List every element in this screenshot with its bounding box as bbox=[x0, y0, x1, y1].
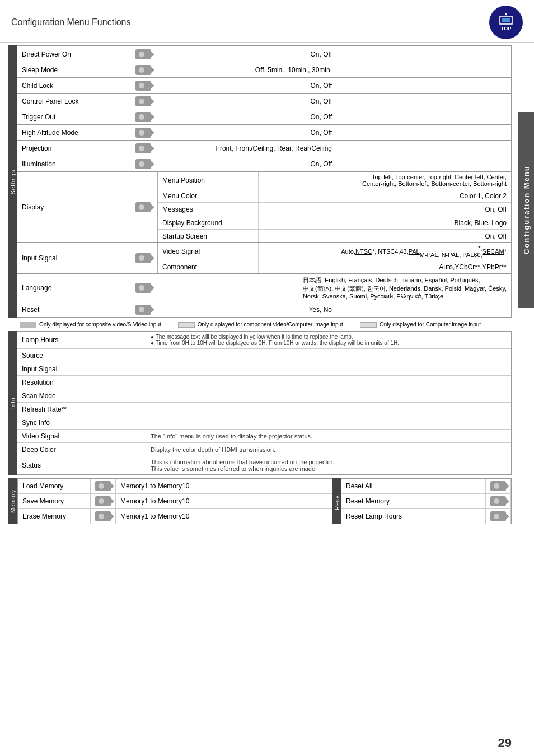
row-save-memory: Save Memory Memory1 to Memory10 bbox=[18, 493, 332, 508]
input-signal-sub-section: Video Signal Auto, NTSC*, NTSC4.43, PAL*… bbox=[157, 243, 511, 273]
svg-rect-2 bbox=[502, 18, 510, 22]
legend-item-2: Only displayed for component video/Compu… bbox=[178, 321, 343, 328]
row-trigger-out: Trigger Out On, Off bbox=[17, 109, 511, 124]
label-component: Component bbox=[158, 260, 259, 273]
sub-row-video-signal: Video Signal Auto, NTSC*, NTSC4.43, PAL*… bbox=[158, 243, 511, 260]
icon-display bbox=[129, 172, 157, 242]
settings-section: Settings Direct Power On On, Off Sleep M… bbox=[8, 45, 512, 318]
icon-direct-power-on bbox=[129, 46, 157, 62]
label-display: Display bbox=[17, 172, 129, 242]
lamp-hours-note2: ● Time from 0H to 10H will be displayed … bbox=[151, 340, 399, 346]
row-reset-all: Reset All bbox=[341, 479, 511, 493]
values-sleep-mode: Off, 5min., 10min., 30min. bbox=[157, 62, 336, 77]
values-menu-position: Top-left, Top-center, Top-right, Center-… bbox=[259, 172, 511, 189]
icon-reset-all bbox=[486, 479, 511, 493]
icon-child-lock bbox=[129, 78, 157, 93]
row-load-memory: Load Memory Memory1 to Memory10 bbox=[18, 479, 332, 493]
row-language: Language 日本語, English, Français, Deutsch… bbox=[17, 273, 511, 302]
display-sub-section: Menu Position Top-left, Top-center, Top-… bbox=[157, 172, 511, 242]
icon-projection bbox=[129, 141, 157, 156]
row-control-panel-lock: Control Panel Lock On, Off bbox=[17, 93, 511, 109]
legend: Only displayed for composite video/S-Vid… bbox=[20, 321, 512, 328]
values-child-lock: On, Off bbox=[157, 78, 336, 93]
label-messages: Messages bbox=[158, 203, 259, 216]
svg-marker-3 bbox=[505, 13, 507, 16]
row-video-signal-info: Video Signal The "Info" menu is only use… bbox=[17, 429, 511, 442]
row-erase-memory: Erase Memory Memory1 to Memory10 bbox=[18, 508, 332, 524]
top-icon[interactable]: TOP bbox=[489, 6, 523, 39]
icon-reset-settings bbox=[129, 302, 157, 317]
row-direct-power-on: Direct Power On On, Off bbox=[17, 46, 511, 62]
row-projection: Projection Front, Front/Ceiling, Rear, R… bbox=[17, 140, 511, 156]
legend-box-3 bbox=[360, 322, 377, 328]
row-sync-info: Sync Info bbox=[17, 416, 511, 429]
label-resolution: Resolution bbox=[17, 376, 146, 389]
desc-scan-mode bbox=[146, 389, 511, 402]
reset-side-label: Reset bbox=[332, 478, 341, 524]
info-content: Lamp Hours ● The message text will be di… bbox=[17, 331, 512, 475]
legend-item-3: Only displayed for Computer image input bbox=[360, 321, 481, 328]
values-display-background: Black, Blue, Logo bbox=[259, 216, 511, 229]
label-video-signal-sub: Video Signal bbox=[158, 243, 259, 260]
values-video-signal-sub: Auto, NTSC*, NTSC4.43, PAL*,M-PAL, N-PAL… bbox=[259, 243, 511, 260]
page-header: Configuration Menu Functions TOP bbox=[0, 0, 534, 43]
icon-trigger-out bbox=[129, 109, 157, 124]
label-menu-position: Menu Position bbox=[158, 172, 259, 189]
reset-wrapper: Reset Reset All Reset Memory Reset Lamp … bbox=[332, 478, 512, 524]
label-display-background: Display Background bbox=[158, 216, 259, 229]
desc-input-signal-info bbox=[146, 362, 511, 375]
icon-reset-memory bbox=[486, 494, 511, 508]
values-messages: On, Off bbox=[259, 203, 511, 216]
desc-video-signal-info: The "Info" menu is only used to display … bbox=[146, 430, 511, 442]
sub-row-startup-screen: Startup Screen On, Off bbox=[158, 229, 511, 242]
row-status: Status This is information about errors … bbox=[17, 456, 511, 474]
row-input-signal-info: Input Signal bbox=[17, 362, 511, 375]
sub-row-component: Component Auto, YCbCr**, YPbPr** bbox=[158, 260, 511, 273]
main-content: Settings Direct Power On On, Off Sleep M… bbox=[0, 43, 534, 527]
settings-content: Direct Power On On, Off Sleep Mode Off, … bbox=[17, 45, 512, 318]
label-menu-color: Menu Color bbox=[158, 189, 259, 202]
row-source: Source bbox=[17, 348, 511, 362]
desc-lamp-hours: ● The message text will be displayed in … bbox=[146, 332, 511, 348]
label-scan-mode: Scan Mode bbox=[17, 389, 146, 402]
values-direct-power-on: On, Off bbox=[157, 46, 336, 62]
label-language: Language bbox=[17, 274, 129, 302]
memory-side-label: Memory bbox=[8, 478, 17, 524]
legend-text-1: Only displayed for composite video/S-Vid… bbox=[39, 321, 161, 328]
page-number: 29 bbox=[498, 736, 512, 750]
memory-wrapper: Memory Load Memory Memory1 to Memory10 S… bbox=[8, 478, 332, 524]
values-language: 日本語, English, Français, Deutsch, Italian… bbox=[157, 274, 511, 302]
values-control-panel-lock: On, Off bbox=[157, 94, 336, 109]
legend-box-2 bbox=[178, 322, 195, 328]
icon-control-panel-lock bbox=[129, 94, 157, 109]
values-trigger-out: On, Off bbox=[157, 109, 336, 124]
values-menu-color: Color 1, Color 2 bbox=[259, 189, 511, 202]
icon-illumination bbox=[129, 156, 157, 171]
sub-row-messages: Messages On, Off bbox=[158, 202, 511, 216]
icon-high-altitude-mode bbox=[129, 125, 157, 140]
info-section: Info Lamp Hours ● The message text will … bbox=[8, 331, 512, 475]
label-reset-lamp-hours: Reset Lamp Hours bbox=[341, 509, 486, 524]
bottom-section: Memory Load Memory Memory1 to Memory10 S… bbox=[8, 478, 512, 524]
row-resolution: Resolution bbox=[17, 375, 511, 389]
settings-label: Settings bbox=[8, 45, 17, 318]
row-display: Display Menu Position Top-left, Top-cent… bbox=[17, 171, 511, 242]
memory-content: Load Memory Memory1 to Memory10 Save Mem… bbox=[17, 478, 332, 524]
row-scan-mode: Scan Mode bbox=[17, 389, 511, 402]
values-illumination: On, Off bbox=[157, 156, 336, 171]
label-erase-memory: Erase Memory bbox=[18, 509, 91, 524]
label-illumination: Illumination bbox=[17, 156, 129, 171]
values-high-altitude-mode: On, Off bbox=[157, 125, 336, 140]
label-input-signal: Input Signal bbox=[17, 243, 129, 273]
label-direct-power-on: Direct Power On bbox=[17, 46, 129, 62]
label-reset-settings: Reset bbox=[17, 302, 129, 317]
values-save-memory: Memory1 to Memory10 bbox=[116, 494, 332, 508]
desc-status: This is information about errors that ha… bbox=[146, 456, 511, 474]
status-note2: This value is sometimes referred to when… bbox=[151, 465, 317, 472]
row-reset-settings: Reset Yes, No bbox=[17, 302, 511, 318]
desc-refresh-rate bbox=[146, 403, 511, 416]
label-reset-all: Reset All bbox=[341, 479, 486, 493]
label-startup-screen: Startup Screen bbox=[158, 230, 259, 242]
row-child-lock: Child Lock On, Off bbox=[17, 77, 511, 93]
row-reset-lamp-hours: Reset Lamp Hours bbox=[341, 508, 511, 524]
